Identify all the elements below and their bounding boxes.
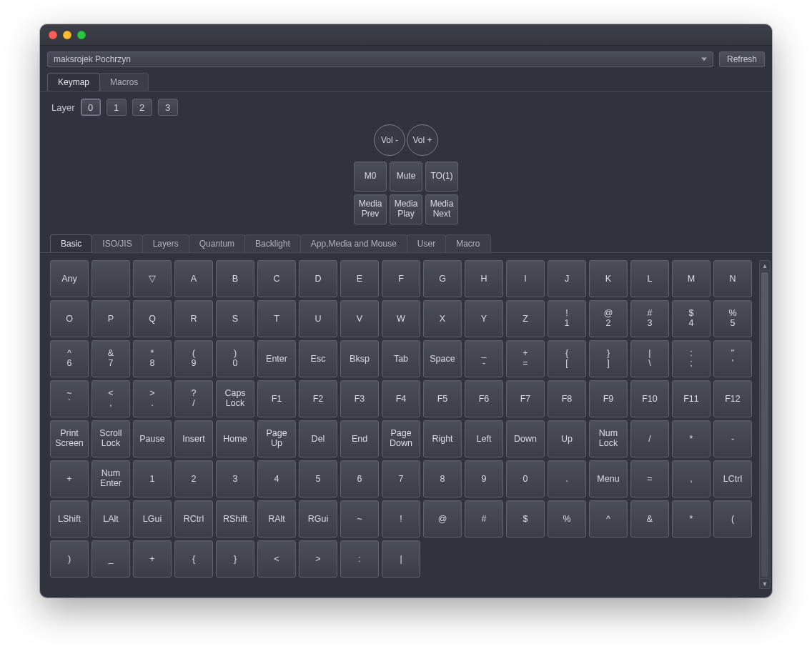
keycode-r3c3[interactable]: ~` (50, 380, 89, 417)
keycode-k[interactable]: K (589, 260, 628, 297)
keycode-rctrl[interactable]: RCtrl (174, 500, 213, 537)
category-tab-quantum[interactable]: Quantum (189, 234, 245, 252)
encoder-1[interactable]: Vol + (407, 124, 438, 156)
keycode-down[interactable]: Down (506, 420, 545, 457)
keycode-w[interactable]: W (382, 300, 420, 337)
scrollbar-thumb[interactable] (761, 272, 768, 577)
keycode-r7c7[interactable]: ) (50, 540, 89, 578)
keycode-r7c1[interactable]: $ (506, 500, 545, 537)
keycode-4[interactable]: 4 (257, 460, 296, 497)
category-tab-macro[interactable]: Macro (445, 234, 490, 252)
keycode-f9[interactable]: F9 (589, 380, 628, 417)
layer-button-1[interactable]: 1 (107, 99, 127, 116)
keycode-m[interactable]: M (672, 260, 710, 297)
keycode-r3c6[interactable]: ?/ (174, 380, 213, 417)
keycode-lalt[interactable]: LAlt (91, 500, 130, 537)
keycode-r6c15[interactable]: @ (423, 500, 462, 537)
keycode-up[interactable]: Up (548, 420, 586, 457)
keycode-z[interactable]: Z (506, 300, 545, 337)
layer-button-3[interactable]: 3 (158, 99, 178, 116)
keycode-8[interactable]: 8 (423, 460, 462, 497)
layer-button-2[interactable]: 2 (132, 99, 152, 116)
keycode-lgui[interactable]: LGui (133, 500, 172, 537)
keycode-r3c5[interactable]: >. (133, 380, 172, 417)
keycode-home[interactable]: Home (216, 420, 254, 457)
keycode-f1[interactable]: F1 (257, 380, 296, 417)
macropad-key-4[interactable]: Media Play (390, 194, 422, 224)
keycode-n[interactable]: N (713, 260, 752, 297)
keycode-u[interactable]: U (299, 300, 337, 337)
keycode-g[interactable]: G (423, 260, 462, 297)
keycode-rshift[interactable]: RShift (216, 500, 254, 537)
keycode-r7c15[interactable]: | (382, 540, 420, 578)
keycode-i[interactable]: I (506, 260, 545, 297)
keycode-r[interactable]: R (174, 300, 213, 337)
keycode-pause[interactable]: Pause (133, 420, 172, 457)
keycode-p[interactable]: P (91, 300, 130, 337)
keycode-r2c12[interactable]: _- (465, 340, 503, 377)
keycode-1[interactable]: 1 (133, 460, 172, 497)
keycode-r7c6[interactable]: ( (713, 500, 752, 537)
keycode-t[interactable]: T (257, 300, 296, 337)
keycode-numlock[interactable]: NumLock (589, 420, 628, 457)
keycode-f5[interactable]: F5 (423, 380, 462, 417)
keycode-lctrl[interactable]: LCtrl (713, 460, 752, 497)
keycode-d[interactable]: D (299, 260, 337, 297)
keycode-f3[interactable]: F3 (340, 380, 379, 417)
scroll-up-icon[interactable]: ▲ (760, 261, 770, 271)
keycode-r7c13[interactable]: > (299, 540, 337, 578)
keycode-0[interactable]: 0 (506, 460, 545, 497)
keycode-f[interactable]: F (382, 260, 420, 297)
keycode-r5c2[interactable]: / (630, 420, 669, 457)
layer-button-0[interactable]: 0 (81, 99, 101, 116)
keycode-r0c2[interactable]: ▽ (133, 260, 172, 297)
keycode-r3c2[interactable]: "' (713, 340, 752, 377)
category-tab-basic[interactable]: Basic (50, 234, 92, 252)
category-tab-layers[interactable]: Layers (142, 234, 189, 252)
keycode-r7c10[interactable]: { (174, 540, 213, 578)
titlebar[interactable] (40, 24, 772, 46)
keycode-4[interactable]: $4 (672, 300, 710, 337)
keycode-r7c9[interactable]: + (133, 540, 172, 578)
tab-macros[interactable]: Macros (99, 73, 149, 91)
keycode-end[interactable]: End (340, 420, 379, 457)
keycode-r7c0[interactable]: # (465, 500, 503, 537)
keycode-x[interactable]: X (423, 300, 462, 337)
keycode-insert[interactable]: Insert (174, 420, 213, 457)
close-icon[interactable] (49, 31, 57, 39)
keycode-2[interactable]: 2 (174, 460, 213, 497)
macropad-key-2[interactable]: TO(1) (425, 162, 458, 192)
keycode-esc[interactable]: Esc (299, 340, 337, 377)
device-select[interactable]: maksrojek Pochrzyn (47, 51, 713, 67)
keycode-r2c13[interactable]: += (506, 340, 545, 377)
encoder-0[interactable]: Vol - (374, 124, 405, 156)
keycode-5[interactable]: 5 (299, 460, 337, 497)
tab-keymap[interactable]: Keymap (47, 73, 100, 91)
keycode-5[interactable]: %5 (713, 300, 752, 337)
scroll-down-icon[interactable]: ▼ (760, 578, 770, 588)
keycode-c[interactable]: C (257, 260, 296, 297)
keycode-r7c11[interactable]: } (216, 540, 254, 578)
keycode-r6c1[interactable]: . (548, 460, 586, 497)
macropad-key-5[interactable]: Media Next (425, 194, 458, 224)
keycode-f12[interactable]: F12 (713, 380, 752, 417)
category-tab-backlight[interactable]: Backlight (244, 234, 301, 252)
keycode-enter[interactable]: Enter (257, 340, 296, 377)
keycode-space[interactable]: Space (423, 340, 462, 377)
keycode-r3c0[interactable]: |\ (630, 340, 669, 377)
keycode-f2[interactable]: F2 (299, 380, 337, 417)
category-tab-user[interactable]: User (407, 234, 446, 252)
keycode-6[interactable]: 6 (340, 460, 379, 497)
keycode-r5c3[interactable]: * (672, 420, 710, 457)
keycode-9[interactable]: (9 (174, 340, 213, 377)
keycode-b[interactable]: B (216, 260, 254, 297)
keycode-r3c4[interactable]: <, (91, 380, 130, 417)
keycode-8[interactable]: *8 (133, 340, 172, 377)
keycode-r7c2[interactable]: % (548, 500, 586, 537)
keycode-del[interactable]: Del (299, 420, 337, 457)
keycode-l[interactable]: L (630, 260, 669, 297)
keycode-ralt[interactable]: RAlt (257, 500, 296, 537)
keycode-numenter[interactable]: NumEnter (91, 460, 130, 497)
keycode-r6c14[interactable]: ! (382, 500, 420, 537)
keycode-r6c13[interactable]: ~ (340, 500, 379, 537)
